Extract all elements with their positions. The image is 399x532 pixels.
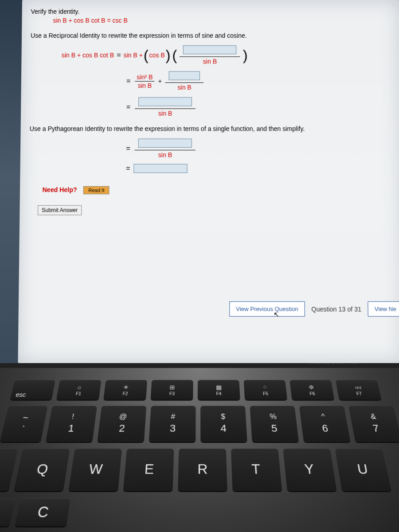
key-6-top: ^ (321, 413, 326, 421)
key-7[interactable]: &7 (348, 406, 399, 442)
key-r[interactable]: R (178, 449, 227, 491)
key-u[interactable]: U (335, 449, 391, 491)
key-f4[interactable]: ▦F4 (198, 380, 240, 400)
line3-den: sin B (156, 109, 175, 118)
answer-blank-1[interactable] (183, 45, 236, 54)
paren-open: ( (143, 48, 149, 62)
key-7-top: & (370, 413, 376, 421)
key-w[interactable]: W (68, 449, 122, 491)
key-s[interactable]: C (15, 498, 70, 526)
mission-control-icon: ⊞ (169, 384, 175, 391)
line4-den: sin B (156, 150, 175, 159)
key-3-top: # (171, 413, 175, 421)
equals-sign-5: = (126, 164, 130, 172)
brand-label: MacBook Air (308, 358, 359, 366)
equals-sign-3: = (126, 103, 130, 111)
key-4[interactable]: $4 (200, 406, 247, 442)
equals-sign-4: = (126, 145, 130, 153)
prompt-text: Verify the identity. (31, 8, 391, 15)
view-previous-button[interactable]: View Previous Question (229, 301, 305, 317)
key-3[interactable]: #3 (149, 406, 196, 442)
key-1-bot: 1 (67, 422, 75, 434)
key-6-bot: 6 (321, 422, 329, 434)
equals-sign-2: = (126, 77, 130, 85)
brightness-down-icon: ☼ (76, 384, 83, 391)
question-panel: Verify the identity. sin B + cos B cot B… (18, 0, 399, 363)
key-f2-label: F2 (122, 391, 128, 395)
key-1[interactable]: !1 (46, 406, 97, 442)
key-f5-label: F5 (262, 391, 268, 395)
key-3-bot: 3 (169, 422, 176, 434)
submit-answer-button[interactable]: Submit Answer (38, 205, 82, 215)
answer-blank-5[interactable] (134, 164, 188, 173)
key-tilde-bot: ` (20, 425, 25, 434)
view-next-button[interactable]: View Ne (368, 301, 399, 317)
key-4-bot: 4 (220, 422, 227, 434)
key-f7[interactable]: ◃◃F7 (336, 380, 382, 400)
line1-lhs: sin B + cos B cot B (62, 51, 114, 59)
answer-blank-2[interactable] (169, 71, 200, 80)
line1-rhs-a: sin B + (124, 51, 143, 59)
key-f1-label: F1 (75, 391, 82, 395)
key-7-bot: 7 (372, 422, 380, 434)
plus-sign: + (158, 78, 162, 85)
key-2[interactable]: @2 (97, 406, 146, 442)
identity-equation: sin B + cos B cot B = csc B (31, 17, 390, 24)
key-a[interactable]: A (0, 498, 15, 526)
key-1-top: ! (71, 413, 75, 421)
answer-blank-4[interactable] (138, 139, 192, 148)
keyboard-bright-icon: ✲ (308, 384, 314, 391)
keyboard-dim-icon: ⁘ (262, 384, 268, 391)
key-2-top: @ (119, 413, 127, 421)
key-5-top: % (270, 413, 277, 421)
line2-small-den: sin B (175, 83, 194, 92)
key-tilde[interactable]: ~` (0, 406, 48, 442)
answer-blank-3[interactable] (138, 97, 192, 106)
paren-close-2: ) (242, 48, 249, 62)
paren-open-2: ( (172, 48, 178, 62)
key-2-bot: 2 (118, 422, 125, 434)
line1-frac-den: sin B (200, 57, 219, 66)
step1-instruction: Use a Reciprocal Identity to rewrite the… (31, 32, 391, 39)
line1-rhs-b: cos B (149, 51, 165, 59)
key-f7-label: F7 (356, 391, 362, 395)
key-t[interactable]: T (231, 449, 282, 491)
key-5[interactable]: %5 (250, 406, 299, 442)
key-e[interactable]: E (123, 449, 174, 491)
brightness-up-icon: ☀ (122, 384, 129, 391)
need-help-label: Need Help? (43, 186, 77, 193)
paren-close: ) (165, 48, 172, 62)
key-y[interactable]: Y (283, 449, 336, 491)
work-line-2: = sin² B sin B + sin B (30, 70, 391, 92)
key-q[interactable]: Q (14, 449, 70, 491)
question-counter: Question 13 of 31 (309, 305, 364, 313)
key-esc[interactable]: esc (10, 380, 55, 400)
equals-sign: = (117, 51, 121, 59)
key-f3[interactable]: ⊞F3 (151, 380, 193, 400)
work-line-4: = sin B (29, 138, 392, 160)
keyboard: MacBook Air esc ☼F1 ☀F2 ⊞F3 ▦F4 ⁘F5 ✲F6 … (0, 368, 399, 532)
key-f5[interactable]: ⁘F5 (244, 380, 288, 400)
key-6[interactable]: ^6 (299, 406, 351, 442)
step2-instruction: Use a Pythagorean Identity to rewrite th… (30, 125, 392, 132)
cursor-icon (274, 310, 279, 319)
key-f6[interactable]: ✲F6 (289, 380, 334, 400)
read-it-button[interactable]: Read It (83, 186, 109, 194)
rewind-icon: ◃◃ (354, 384, 361, 391)
line2-den: sin B (136, 81, 153, 89)
key-f6-label: F6 (309, 391, 316, 395)
key-f2[interactable]: ☀F2 (103, 380, 147, 400)
work-line-3: = sin B (30, 96, 391, 118)
work-line-5: = (29, 164, 392, 173)
key-f1[interactable]: ☼F1 (56, 380, 102, 400)
key-f3-label: F3 (169, 391, 175, 395)
key-tilde-top: ~ (22, 413, 29, 423)
help-row: Need Help? Read It (29, 186, 392, 194)
key-4-top: $ (221, 413, 225, 421)
question-nav: View Previous Question Question 13 of 31… (229, 301, 399, 317)
line2-num: sin² B (135, 73, 155, 81)
key-f4-label: F4 (216, 391, 221, 395)
work-line-1: sin B + cos B cot B = sin B + ( cos B ) … (30, 44, 391, 66)
key-5-bot: 5 (271, 422, 278, 434)
launchpad-icon: ▦ (215, 384, 222, 391)
